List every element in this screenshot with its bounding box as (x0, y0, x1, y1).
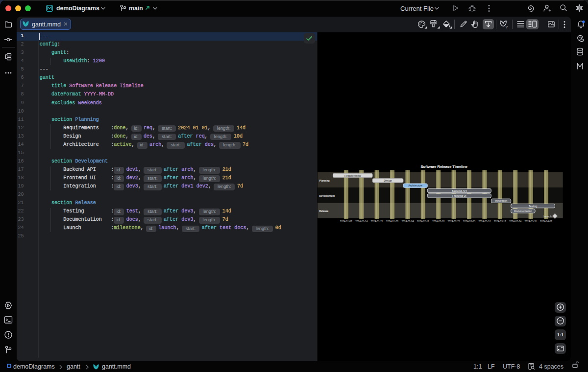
svg-text:2024-02-18: 2024-02-18 (432, 220, 444, 223)
svg-text:2024-01-28: 2024-01-28 (386, 220, 398, 223)
svg-text:2024-01-14: 2024-01-14 (355, 220, 368, 223)
svg-text:2024-03-10: 2024-03-10 (478, 220, 490, 223)
svg-text:Requirements: Requirements (344, 174, 361, 177)
svg-text:Planning: Planning (319, 179, 330, 182)
svg-text:Launch: Launch (543, 215, 552, 218)
svg-text:Architecture: Architecture (408, 184, 422, 187)
svg-text:Documentation: Documentation (514, 209, 532, 212)
svg-text:2024-02-25: 2024-02-25 (448, 220, 460, 223)
svg-text:2024-04-07: 2024-04-07 (540, 220, 552, 223)
svg-text:2024-01-07: 2024-01-07 (340, 220, 352, 223)
svg-text:Release: Release (319, 209, 329, 212)
svg-text:2024-03-03: 2024-03-03 (463, 220, 475, 223)
svg-text:Frontend UI: Frontend UI (452, 194, 466, 197)
svg-text:2024-02-04: 2024-02-04 (401, 220, 414, 223)
svg-text:Integration: Integration (495, 199, 507, 202)
svg-text:2024-03-24: 2024-03-24 (509, 220, 521, 223)
svg-text:Design: Design (384, 179, 392, 182)
svg-text:2024-03-17: 2024-03-17 (494, 220, 506, 223)
svg-text:2024-03-31: 2024-03-31 (525, 220, 537, 223)
svg-text:Development: Development (319, 194, 335, 197)
svg-text:Backend API: Backend API (452, 189, 467, 192)
svg-text:Software Release Timeline: Software Release Timeline (420, 164, 467, 169)
svg-text:2024-02-11: 2024-02-11 (417, 220, 429, 223)
svg-text:Testing: Testing (529, 205, 537, 208)
svg-text:2024-01-21: 2024-01-21 (371, 220, 383, 223)
